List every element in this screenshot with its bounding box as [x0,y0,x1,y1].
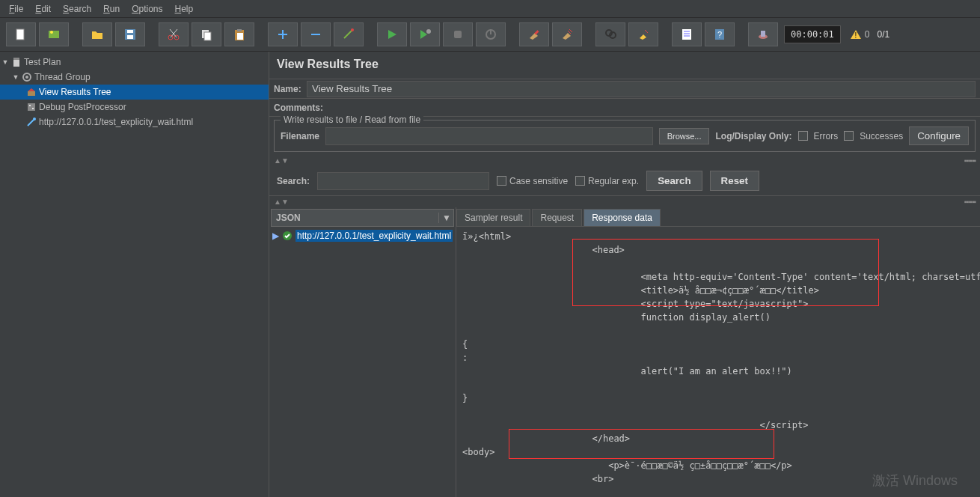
highlight-box [509,429,774,459]
result-tabs: Sampler result Request Response data ï»¿… [456,207,980,497]
collapse-icon[interactable]: ▼ [12,73,19,81]
svg-rect-38 [761,31,765,37]
response-line [462,406,980,420]
postprocessor-icon [25,101,37,113]
tree-node-test-plan[interactable]: ▼ Test Plan [0,55,269,70]
tree-node-thread-group[interactable]: ▼ Thread Group [0,70,269,85]
splitter-top[interactable]: ▲▼▪▪▪▪▪▪ [269,155,980,166]
threadgroup-icon [21,71,33,83]
case-sensitive-checkbox[interactable] [497,176,506,186]
paste-button[interactable] [224,22,254,46]
save-button[interactable] [115,22,145,46]
elapsed-timer: 00:00:01 [784,25,841,43]
search-label: Search: [277,176,310,186]
menu-search[interactable]: Search [57,1,97,16]
svg-line-9 [171,29,177,37]
testplan-icon [10,56,22,68]
tree-label: Debug PostProcessor [39,102,126,112]
tree-label: Thread Group [34,72,91,82]
successes-checkbox[interactable] [844,131,854,141]
menu-edit[interactable]: Edit [29,1,57,16]
sample-row[interactable]: ▶ http://127.0.0.1/test_explicity_wait.h… [269,228,456,243]
svg-point-20 [351,28,354,31]
test-plan-tree[interactable]: ▼ Test Plan ▼ Thread Group View Results … [0,52,269,497]
menu-run[interactable]: Run [97,1,126,16]
name-input[interactable] [307,81,976,97]
response-line: { [462,339,980,353]
tab-response-data[interactable]: Response data [584,209,661,226]
open-button[interactable] [82,22,112,46]
svg-text:!: ! [854,31,857,40]
regex-label: Regular exp. [588,176,639,186]
function-helper-button[interactable] [672,22,702,46]
success-icon [282,231,293,241]
expand-button[interactable] [268,22,298,46]
tab-request[interactable]: Request [532,209,582,226]
new-button[interactable] [6,22,36,46]
clear-button[interactable] [519,22,549,46]
start-button[interactable] [377,22,407,46]
svg-point-51 [33,118,36,121]
sample-url: http://127.0.0.1/test_explicity_wait.htm… [295,230,453,242]
tree-label: Test Plan [24,57,61,67]
svg-rect-47 [28,103,35,111]
toolbar: ? 00:00:01 ! 0 0/1 [0,18,980,52]
thread-count: 0/1 [877,29,889,40]
tab-sampler-result[interactable]: Sampler result [456,209,530,226]
toggle-button[interactable] [334,22,364,46]
heap-dump-button[interactable] [748,22,778,46]
tree-node-http-request[interactable]: http://127.0.0.1/test_explicity_wait.htm… [0,115,269,129]
svg-marker-21 [388,30,396,39]
listener-icon [25,86,37,98]
case-sensitive-label: Case sensitive [509,176,568,186]
svg-line-10 [170,29,177,37]
browse-button[interactable]: Browse... [659,128,710,144]
response-line [462,326,980,339]
collapse-icon[interactable]: ▼ [1,58,9,66]
renderer-dropdown[interactable]: JSON ▼ [271,209,454,227]
start-no-timers-button[interactable] [410,22,440,46]
svg-line-50 [28,120,34,126]
fieldset-legend: Write results to file / Read from file [281,115,423,125]
help-button[interactable]: ? [705,22,735,46]
filename-input[interactable] [325,127,653,145]
shutdown-button[interactable] [476,22,506,46]
reset-button[interactable]: Reset [710,171,759,191]
warnings-indicator[interactable]: ! 0 [850,28,870,40]
element-panel: View Results Tree Name: Comments: Write … [269,52,980,497]
menu-file[interactable]: File [3,1,29,16]
response-line: <br> [462,474,980,487]
tree-node-view-results-tree[interactable]: View Results Tree [0,85,269,100]
renderer-value: JSON [276,213,301,223]
clear-all-button[interactable] [552,22,582,46]
copy-button[interactable] [192,22,221,46]
response-line: alert("I am an alert box!!") [462,366,980,379]
svg-rect-15 [237,33,243,40]
collapse-button[interactable] [301,22,331,46]
reset-search-button[interactable] [628,22,658,46]
response-body[interactable]: ï»¿<html> <head> <meta http-equiv='Conte… [456,227,980,497]
sample-list[interactable]: ▶ http://127.0.0.1/test_explicity_wait.h… [269,228,456,497]
regex-checkbox[interactable] [575,176,585,186]
search-button[interactable]: Search [646,171,702,191]
menu-help[interactable]: Help [169,1,200,16]
warning-icon: ! [850,28,862,40]
cut-button[interactable] [159,22,189,46]
configure-button[interactable]: Configure [909,126,969,145]
svg-marker-22 [420,30,427,39]
templates-button[interactable] [39,22,69,46]
search-input[interactable] [317,172,489,190]
tree-node-debug-postprocessor[interactable]: Debug PostProcessor [0,100,269,115]
splitter-mid[interactable]: ▲▼▪▪▪▪▪▪ [269,196,980,207]
svg-rect-0 [16,29,24,40]
stop-button[interactable] [443,22,473,46]
tree-label: http://127.0.0.1/test_explicity_wait.htm… [39,117,193,127]
expand-icon[interactable]: ▶ [272,231,279,241]
filename-label: Filename [281,131,319,141]
menu-options[interactable]: Options [126,1,168,16]
svg-point-44 [25,76,28,79]
search-tree-button[interactable] [595,22,625,46]
write-results-fieldset: Write results to file / Read from file F… [274,120,976,152]
errors-checkbox[interactable] [798,131,808,141]
svg-line-30 [645,30,648,33]
